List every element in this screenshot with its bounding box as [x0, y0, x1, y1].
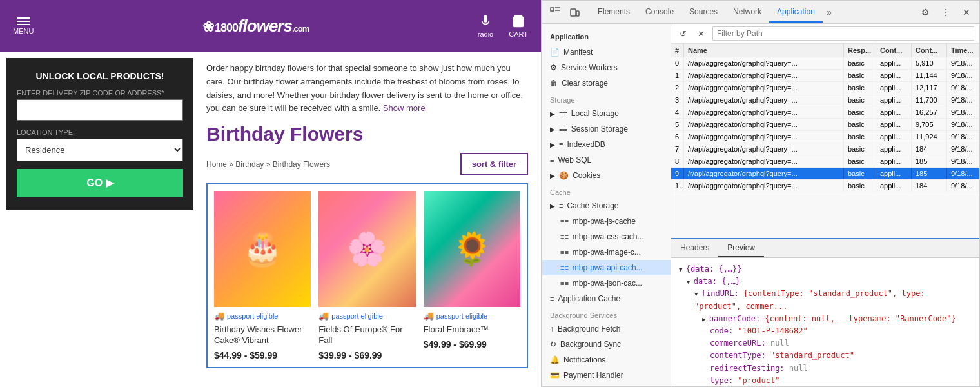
sidebar-item-indexeddb[interactable]: ▶ ≡ IndexedDB	[542, 137, 671, 152]
expand-icon-ls: ▶	[550, 110, 555, 117]
pwa-api-label: mbp-pwa-api-cach...	[573, 263, 643, 272]
row-time-1: 9/18/...	[947, 70, 979, 81]
network-row-0[interactable]: 0 /r/api/aggregator/graphql?query=... ba…	[671, 57, 979, 70]
sidebar-item-websql[interactable]: ≡ Web SQL	[542, 152, 671, 168]
row-cont2-5: 9,705	[912, 119, 947, 130]
radio-button[interactable]: radio	[478, 14, 493, 38]
row-name-8: /r/api/aggregator/graphql?query=...	[684, 155, 844, 167]
json-line-3: bannerCode: {content: null, __typename: …	[679, 313, 972, 325]
sidebar-item-pwa-css[interactable]: ≡≡ mbp-pwa-css-cach...	[542, 229, 671, 244]
sort-filter-button[interactable]: sort & filter	[460, 153, 528, 175]
network-row-10[interactable]: 10 /r/api/aggregator/graphql?query=... b…	[671, 180, 979, 192]
row-cont1-0: appli...	[876, 57, 912, 69]
site-logo[interactable]: ❀ 1800 flowers .com	[202, 16, 309, 36]
row-cont1-6: appli...	[876, 131, 912, 143]
row-resp-7: basic	[844, 143, 876, 155]
session-storage-icon: ≡≡	[559, 125, 567, 133]
product-grid: 🎂 🚚 passport eligible Birthday Wishes Fl…	[206, 183, 528, 368]
sidebar-item-cookies[interactable]: ▶ 🍪 Cookies	[542, 168, 671, 183]
show-more-link[interactable]: Show more	[383, 103, 426, 113]
devtools-panel: Elements Console Sources Network Applica…	[542, 0, 980, 387]
network-row-9[interactable]: 9 /r/api/aggregator/graphql?query=... ba…	[671, 168, 979, 180]
sidebar-item-payment-handler[interactable]: 💳 Payment Handler	[542, 368, 671, 383]
sidebar-item-manifest[interactable]: 📄 Manifest	[542, 45, 671, 60]
sidebar-item-service-workers[interactable]: ⚙ Service Workers	[542, 60, 671, 75]
tab-network[interactable]: Network	[725, 2, 769, 23]
expand-findurl[interactable]	[694, 289, 701, 298]
preview-tab[interactable]: Preview	[718, 239, 764, 257]
sidebar-item-bg-sync[interactable]: ↻ Background Sync	[542, 337, 671, 352]
expand-data[interactable]	[687, 277, 694, 286]
sidebar-item-pwa-json[interactable]: ≡≡ mbp-pwa-json-cac...	[542, 275, 671, 291]
settings-button[interactable]: ⚙	[917, 5, 933, 20]
expand-bannercode[interactable]	[702, 314, 709, 323]
pwa-api-icon: ≡≡	[560, 264, 569, 272]
tab-console[interactable]: Console	[638, 2, 681, 23]
app-sidebar-title: Application	[542, 29, 671, 45]
row-num-5: 5	[671, 119, 684, 130]
row-cont1-7: appli...	[876, 143, 912, 155]
refresh-button[interactable]: ↺	[676, 27, 689, 40]
product-card-1[interactable]: 🎂 🚚 passport eligible Birthday Wishes Fl…	[214, 191, 311, 361]
network-row-7[interactable]: 7 /r/api/aggregator/graphql?query=... ba…	[671, 143, 979, 155]
network-row-4[interactable]: 4 /r/api/aggregator/graphql?query=... ba…	[671, 106, 979, 119]
product-image-1: 🎂	[214, 191, 311, 307]
network-row-1[interactable]: 1 /r/api/aggregator/graphql?query=... ba…	[671, 70, 979, 82]
row-name-2: /r/api/aggregator/graphql?query=...	[684, 82, 844, 94]
svg-rect-4	[576, 11, 579, 16]
network-row-3[interactable]: 3 /r/api/aggregator/graphql?query=... ba…	[671, 94, 979, 106]
tab-elements[interactable]: Elements	[590, 2, 638, 23]
json-line-1: data: {,…}	[679, 275, 972, 288]
device-toggle-button[interactable]	[567, 5, 582, 20]
sidebar-item-clear-storage[interactable]: 🗑 Clear storage	[542, 75, 671, 91]
bg-fetch-icon: ↑	[550, 324, 554, 333]
product-card-3[interactable]: 🌻 🚚 passport eligible Floral Embrace™ $4…	[424, 191, 520, 361]
passport-label-3: passport eligible	[436, 312, 488, 320]
inspect-element-button[interactable]	[547, 5, 563, 20]
cart-button[interactable]: CART	[509, 14, 528, 38]
expand-root[interactable]	[679, 264, 686, 273]
filter-input[interactable]	[712, 26, 974, 41]
zip-input[interactable]	[17, 99, 183, 121]
sidebar-item-pwa-js[interactable]: ≡≡ mbp-pwa-js-cache	[542, 213, 671, 229]
more-options-button[interactable]: ⋮	[938, 5, 954, 20]
headers-tab[interactable]: Headers	[671, 239, 718, 257]
go-button[interactable]: GO ▶	[17, 169, 183, 197]
row-cont2-4: 16,257	[912, 106, 947, 118]
network-row-2[interactable]: 2 /r/api/aggregator/graphql?query=... ba…	[671, 82, 979, 94]
main-content: Order happy birthday flowers for that sp…	[0, 52, 541, 387]
expand-icon-cookies: ▶	[550, 172, 555, 179]
sidebar-item-pwa-api[interactable]: ≡≡ mbp-pwa-api-cach...	[542, 260, 671, 275]
passport-badge-2: 🚚 passport eligible	[318, 311, 415, 321]
menu-button[interactable]: MENU	[13, 17, 34, 35]
sidebar-item-cache-storage[interactable]: ▶ ≡ Cache Storage	[542, 198, 671, 213]
sidebar-item-session-storage[interactable]: ▶ ≡≡ Session Storage	[542, 121, 671, 137]
sidebar-item-app-cache[interactable]: ≡ Application Cache	[542, 291, 671, 306]
sidebar-item-pwa-image[interactable]: ≡≡ mbp-pwa-image-c...	[542, 244, 671, 260]
tab-application[interactable]: Application	[769, 2, 823, 23]
product-card-2[interactable]: 🌸 🚚 passport eligible Fields Of Europe® …	[318, 191, 415, 361]
close-devtools-button[interactable]: ✕	[959, 5, 974, 20]
microphone-icon	[478, 14, 493, 28]
sidebar-item-notifications[interactable]: 🔔 Notifications	[542, 352, 671, 368]
passport-label-1: passport eligible	[227, 312, 279, 320]
clear-storage-label: Clear storage	[562, 79, 608, 88]
row-cont1-8: appli...	[876, 155, 912, 167]
row-name-0: /r/api/aggregator/graphql?query=...	[684, 57, 844, 69]
location-type-select[interactable]: Residence Business Hospital Funeral Home	[17, 139, 183, 161]
expand-icon-idb: ▶	[550, 141, 555, 148]
sidebar-item-local-storage[interactable]: ▶ ≡≡ Local Storage	[542, 106, 671, 121]
row-name-6: /r/api/aggregator/graphql?query=...	[684, 131, 844, 143]
tab-sources[interactable]: Sources	[681, 2, 725, 23]
col-header-name: Name	[684, 44, 844, 57]
row-name-3: /r/api/aggregator/graphql?query=...	[684, 94, 844, 106]
bg-sync-label: Background Sync	[560, 340, 621, 349]
network-row-5[interactable]: 5 /r/api/aggregator/graphql?query=... ba…	[671, 119, 979, 131]
row-num-10: 10	[671, 180, 684, 192]
network-row-6[interactable]: 6 /r/api/aggregator/graphql?query=... ba…	[671, 131, 979, 143]
sidebar-item-bg-fetch[interactable]: ↑ Background Fetch	[542, 321, 671, 337]
network-row-8[interactable]: 8 /r/api/aggregator/graphql?query=... ba…	[671, 155, 979, 168]
clear-button[interactable]: ✕	[694, 27, 707, 40]
row-cont2-2: 12,117	[912, 82, 947, 94]
tab-overflow-button[interactable]: »	[823, 2, 836, 23]
